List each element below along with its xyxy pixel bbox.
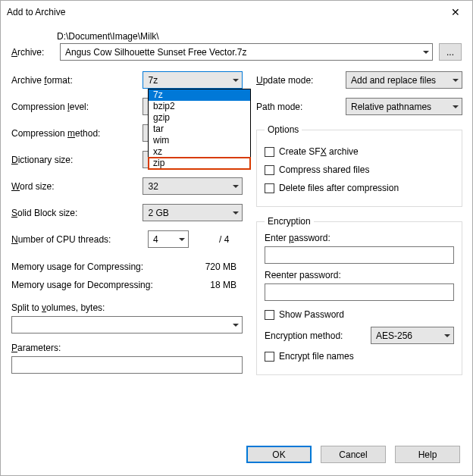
- options-legend: Options: [265, 124, 302, 135]
- checkbox-icon: [265, 165, 274, 175]
- ok-button[interactable]: OK: [246, 446, 312, 463]
- encrypt-filenames-label: Encrypt file names: [279, 351, 354, 362]
- chevron-down-icon: [444, 334, 450, 337]
- titlebar: Add to Archive ✕: [1, 1, 472, 23]
- cpu-threads-total: / 4: [219, 234, 229, 245]
- archive-format-combo[interactable]: 7z: [143, 71, 243, 89]
- compression-level-label: Compression level:: [11, 102, 143, 112]
- mem-decompress-label: Memory usage for Decompressing:: [11, 280, 153, 292]
- chevron-down-icon: [179, 238, 185, 241]
- chevron-down-icon: [233, 79, 239, 82]
- encryption-group: Encryption Enter password: Reenter passw…: [256, 216, 462, 375]
- cancel-button[interactable]: Cancel: [321, 446, 386, 463]
- shared-label: Compress shared files: [279, 164, 369, 175]
- encryption-method-combo[interactable]: AES-256: [371, 327, 454, 344]
- encryption-legend: Encryption: [265, 216, 314, 227]
- close-icon: ✕: [451, 6, 460, 18]
- split-volumes-label: Split to volumes, bytes:: [11, 302, 243, 313]
- checkbox-icon: [265, 147, 274, 157]
- checkbox-icon: [265, 183, 274, 193]
- archive-path-text: D:\Document\Image\Milk\: [57, 31, 462, 42]
- sfx-label: Create SFX archive: [279, 146, 359, 157]
- dictionary-size-label: Dictionary size:: [11, 155, 143, 165]
- archive-format-label: Archive format:: [11, 75, 143, 86]
- solid-block-size-label: Solid Block size:: [11, 208, 143, 218]
- reenter-password-input[interactable]: [265, 283, 454, 301]
- parameters-input[interactable]: [11, 356, 243, 374]
- sfx-checkbox-row[interactable]: Create SFX archive: [265, 144, 454, 159]
- close-button[interactable]: ✕: [439, 1, 472, 23]
- encrypt-filenames-checkbox-row[interactable]: Encrypt file names: [265, 349, 454, 364]
- split-volumes-combo[interactable]: [11, 316, 243, 334]
- mem-decompress-value: 18 MB: [210, 280, 236, 292]
- delete-checkbox-row[interactable]: Delete files after compression: [265, 180, 454, 196]
- format-option-wim[interactable]: wim: [149, 135, 250, 146]
- update-mode-combo[interactable]: Add and replace files: [346, 71, 462, 89]
- chevron-down-icon: [233, 324, 239, 327]
- format-option-bzip2[interactable]: bzip2: [149, 101, 250, 112]
- chevron-down-icon: [423, 51, 429, 54]
- path-mode-combo[interactable]: Relative pathnames: [346, 98, 462, 115]
- delete-label: Delete files after compression: [279, 183, 399, 193]
- enter-password-label: Enter password:: [265, 233, 454, 243]
- path-mode-label: Path mode:: [256, 102, 346, 112]
- archive-filename-value: Angus Cow Silhouette Sunset Free Vector.…: [65, 47, 246, 58]
- options-group: Options Create SFX archive Compress shar…: [256, 124, 462, 207]
- format-option-7z[interactable]: 7z: [149, 89, 250, 101]
- browse-button[interactable]: ...: [439, 43, 462, 61]
- archive-format-dropdown: 7z bzip2 gzip tar wim xz zip: [148, 89, 251, 170]
- compression-method-label: Compression method:: [11, 128, 143, 139]
- format-option-gzip[interactable]: gzip: [149, 112, 250, 124]
- checkbox-icon: [265, 310, 274, 320]
- format-option-tar[interactable]: tar: [149, 124, 250, 135]
- solid-block-size-combo[interactable]: 2 GB: [143, 204, 243, 221]
- window-title: Add to Archive: [7, 7, 65, 17]
- archive-filename-combo[interactable]: Angus Cow Silhouette Sunset Free Vector.…: [60, 43, 433, 61]
- reenter-password-label: Reenter password:: [265, 270, 454, 280]
- shared-checkbox-row[interactable]: Compress shared files: [265, 162, 454, 177]
- mem-compress-value: 720 MB: [205, 261, 236, 274]
- update-mode-label: Update mode:: [256, 75, 346, 86]
- word-size-combo[interactable]: 32: [143, 177, 243, 195]
- help-button[interactable]: Help: [395, 446, 460, 463]
- cpu-threads-label: Number of CPU threads:: [11, 234, 148, 245]
- cpu-threads-combo[interactable]: 4: [148, 230, 189, 248]
- show-password-label: Show Password: [279, 309, 344, 320]
- parameters-label: Parameters:: [11, 343, 243, 353]
- chevron-down-icon: [453, 79, 459, 82]
- format-option-zip[interactable]: zip: [149, 158, 250, 169]
- checkbox-icon: [265, 352, 274, 362]
- chevron-down-icon: [233, 211, 239, 215]
- chevron-down-icon: [233, 185, 239, 188]
- format-option-xz[interactable]: xz: [149, 146, 250, 158]
- archive-label: Archive:: [11, 47, 54, 58]
- mem-compress-label: Memory usage for Compressing:: [11, 261, 143, 274]
- enter-password-input[interactable]: [265, 246, 454, 264]
- encryption-method-label: Encryption method:: [265, 330, 371, 341]
- show-password-checkbox-row[interactable]: Show Password: [265, 307, 454, 322]
- word-size-label: Word size:: [11, 181, 143, 192]
- chevron-down-icon: [453, 105, 459, 108]
